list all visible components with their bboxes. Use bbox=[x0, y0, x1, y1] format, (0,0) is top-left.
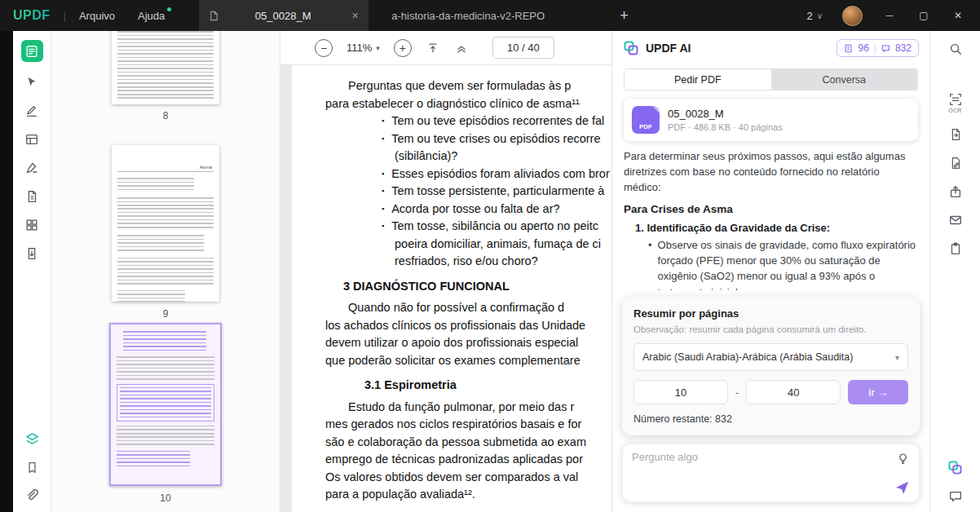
tab-pedir-pdf[interactable]: Pedir PDF bbox=[625, 69, 771, 90]
document-canvas: Perguntas que devem ser formuladas às p … bbox=[280, 65, 611, 512]
ai-panel-title: UPDF AI bbox=[646, 42, 691, 55]
updf-logo: UPDF bbox=[13, 8, 51, 23]
tab-label: a-historia-da-medicina-v2-REPO bbox=[391, 10, 545, 22]
sign-icon[interactable] bbox=[24, 160, 40, 176]
pdf-bullet: ▪Acorda por tosse ou falta de ar? bbox=[382, 201, 611, 218]
pdf-viewer: − 111% ▾ + 10 / 40 Perguntas que devem s… bbox=[280, 31, 611, 512]
export-pdf-icon[interactable] bbox=[24, 245, 40, 262]
minimize-button[interactable]: ─ bbox=[882, 10, 897, 21]
user-avatar[interactable] bbox=[842, 6, 863, 26]
left-edge-strip bbox=[0, 31, 13, 512]
pdf-section-heading: 3 DIAGNÓSTICO FUNCIONAL bbox=[343, 278, 611, 296]
menu-arquivo[interactable]: Arquivo bbox=[79, 10, 115, 22]
email-icon[interactable] bbox=[947, 213, 964, 227]
collapse-toolbar-icon[interactable] bbox=[454, 41, 469, 55]
ai-file-meta: PDF · 486.8 KB · 40 páginas bbox=[668, 122, 783, 132]
summarize-note: Observação: resumir cada página consumir… bbox=[633, 324, 908, 334]
update-notification-dot bbox=[167, 7, 171, 11]
doc-versions-icon[interactable] bbox=[947, 127, 964, 142]
left-toolbar bbox=[13, 31, 51, 512]
titlebar-divider: | bbox=[64, 10, 66, 22]
pdf-text-line: que poderão solicitar os exames compleme… bbox=[325, 352, 611, 370]
range-dash: - bbox=[735, 386, 739, 399]
dropdown-arrow-icon: ▾ bbox=[376, 44, 380, 52]
ai-message-heading: Para Crises de Asma bbox=[624, 201, 918, 218]
send-icon[interactable] bbox=[894, 479, 911, 496]
thumbnail-heading: Asma bbox=[117, 165, 212, 170]
pdf-text-line: para a população avaliada¹². bbox=[325, 486, 611, 504]
annotate-icon[interactable] bbox=[24, 74, 40, 90]
close-button[interactable]: ✕ bbox=[951, 10, 965, 21]
menu-ajuda[interactable]: Ajuda bbox=[138, 10, 165, 22]
edit-page-icon[interactable] bbox=[947, 156, 964, 170]
page-thumbnail-10-selected[interactable] bbox=[109, 323, 222, 486]
zoom-value: 111% bbox=[347, 42, 372, 54]
comments-icon[interactable] bbox=[947, 489, 964, 504]
ai-file-card[interactable]: PDF 05_0028_M PDF · 486.8 KB · 40 página… bbox=[624, 99, 918, 141]
pdf-text-line: mes gerados nos ciclos respiratórios bas… bbox=[325, 416, 611, 434]
new-tab-button[interactable]: + bbox=[620, 7, 629, 24]
ai-message-intro: Para determinar seus próximos passos, aq… bbox=[624, 148, 918, 196]
zoom-in-button[interactable]: + bbox=[394, 39, 412, 57]
titlebar: UPDF | Arquivo Ajuda 05_0028_M ✕ a-histo… bbox=[0, 0, 980, 31]
ai-file-name: 05_0028_M bbox=[668, 108, 783, 120]
updf-ai-icon[interactable] bbox=[947, 460, 964, 475]
pdf-text-line: Os valores obtidos devem ser comparados … bbox=[325, 469, 611, 487]
scroll-to-top-icon[interactable] bbox=[426, 41, 440, 55]
pdf-text-line: (sibilância)? bbox=[395, 148, 611, 166]
page-to-input[interactable] bbox=[746, 380, 841, 404]
language-select[interactable]: Arabic (Saudi Arabia)-Arábica (Arábia Sa… bbox=[633, 343, 908, 371]
pdf-page: Perguntas que devem ser formuladas às p … bbox=[292, 65, 611, 512]
page-indicator[interactable]: 10 / 40 bbox=[492, 37, 554, 59]
updf-ai-logo-icon bbox=[623, 40, 639, 56]
pdf-text-line: Tem ou teve crises ou episódios recorre bbox=[391, 130, 600, 148]
clipboard-icon[interactable] bbox=[947, 241, 964, 256]
pdf-text-line: Esses episódios foram aliviados com bror bbox=[391, 166, 610, 183]
pdf-text-line: Quando não for possível a confirmação d bbox=[325, 299, 611, 317]
share-icon[interactable] bbox=[947, 184, 964, 199]
tab-conversa[interactable]: Conversa bbox=[771, 69, 918, 90]
reader-view-icon[interactable] bbox=[21, 40, 43, 62]
document-tab-active[interactable]: 05_0028_M ✕ bbox=[199, 0, 369, 31]
document-tab-inactive[interactable]: a-historia-da-medicina-v2-REPO bbox=[382, 0, 554, 31]
zoom-out-button[interactable]: − bbox=[315, 39, 333, 57]
bookmark-icon[interactable] bbox=[24, 459, 40, 475]
zoom-level-dropdown[interactable]: 111% ▾ bbox=[347, 42, 380, 54]
ai-prompt-input[interactable] bbox=[632, 451, 891, 495]
pdf-text-line: Tem tosse, sibilância ou aperto no peitc bbox=[391, 218, 598, 236]
pdf-text-line: para estabelecer o diagnóstico clínico d… bbox=[325, 95, 611, 113]
ai-credits-badge[interactable]: 96 | 832 bbox=[837, 39, 919, 57]
layers-icon[interactable] bbox=[24, 430, 40, 447]
summarize-go-button[interactable]: Ir → bbox=[848, 380, 908, 404]
page-thumbnail-8[interactable] bbox=[112, 31, 219, 104]
prompt-ideas-icon[interactable] bbox=[896, 452, 911, 466]
page-from-input[interactable] bbox=[633, 380, 728, 404]
edit-pdf-icon[interactable] bbox=[24, 103, 40, 119]
remaining-count: Número restante: 832 bbox=[633, 413, 908, 425]
ai-panel-header: UPDF AI 96 | 832 bbox=[612, 31, 929, 65]
close-tab-icon[interactable]: ✕ bbox=[351, 11, 359, 21]
page-number-9: 9 bbox=[51, 308, 280, 320]
pdf-bullet: ▪Tem ou teve episódios recorrentes de fa… bbox=[382, 113, 611, 130]
ai-message-item: 1. Identificação da Gravidade da Crise: bbox=[635, 220, 918, 236]
pdf-bullet: ▪Tem tosse persistente, particularmente … bbox=[382, 183, 611, 201]
organize-pages-icon[interactable] bbox=[24, 217, 40, 233]
forms-icon[interactable] bbox=[24, 131, 40, 148]
ai-message-bullet: • Observe os sinais de gravidade, como f… bbox=[648, 237, 918, 290]
account-switcher[interactable]: 2 ∨ bbox=[806, 10, 823, 22]
pdf-text-line: são e colaboração da pessoa submetida ao… bbox=[325, 434, 611, 452]
tab-document-icon bbox=[209, 11, 219, 21]
pdf-bullet: ▪Esses episódios foram aliviados com bro… bbox=[382, 166, 611, 183]
pages-credit-count: 96 bbox=[858, 42, 868, 54]
page-thumbnail-9[interactable]: Asma bbox=[112, 145, 219, 302]
pdf-text-line: São indicativos de asma⁷,⁸,¹³,¹⁴: bbox=[325, 509, 611, 512]
ai-bullet-text: Observe os sinais de gravidade, como flu… bbox=[658, 237, 918, 290]
page-edit-icon[interactable] bbox=[24, 188, 40, 205]
search-icon[interactable] bbox=[947, 42, 964, 56]
language-value: Arabic (Saudi Arabia)-Arábica (Arábia Sa… bbox=[642, 351, 853, 363]
ocr-icon[interactable]: OCR bbox=[947, 92, 964, 113]
chat-credit-icon bbox=[881, 44, 890, 53]
ai-prompt-box[interactable] bbox=[622, 444, 920, 502]
maximize-button[interactable]: ▢ bbox=[916, 10, 931, 21]
attachment-icon[interactable] bbox=[24, 488, 40, 504]
